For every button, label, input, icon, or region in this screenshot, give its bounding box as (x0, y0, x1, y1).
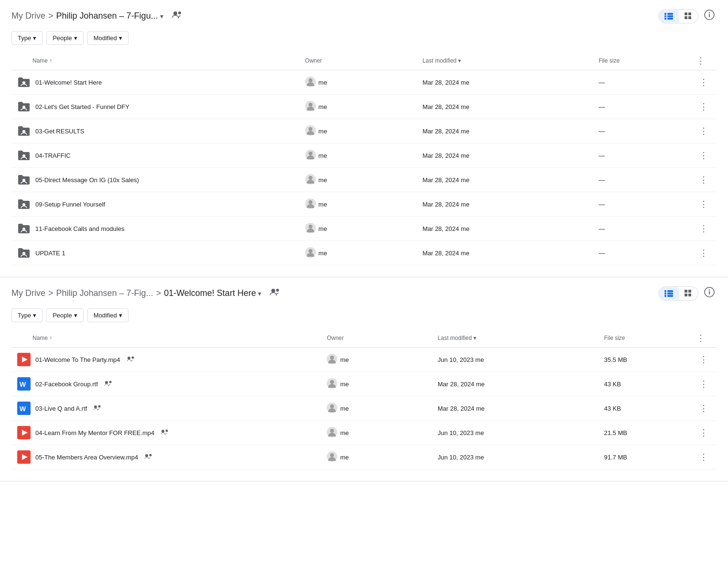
more-options-button[interactable]: ⋮ (696, 425, 711, 440)
breadcrumb-sep1-2: > (48, 288, 54, 298)
breadcrumb-parent-2[interactable]: Philip Johansen – 7-Fig... (56, 288, 153, 298)
type-filter-1[interactable]: Type ▾ (11, 31, 43, 45)
actions-header-2: ⋮ (696, 329, 717, 348)
svg-point-32 (309, 200, 312, 204)
size-header-2: File size (604, 329, 697, 348)
name-header-1[interactable]: Name ↑ (11, 52, 305, 70)
file-size: 21.5 MB (604, 421, 697, 445)
more-options-button[interactable]: ⋮ (696, 352, 711, 367)
table-row[interactable]: 11-Facebook Calls and modules me Mar 28,… (11, 217, 717, 241)
grid-view-button-2[interactable] (679, 287, 698, 300)
share-people-button-2[interactable] (268, 286, 282, 301)
breadcrumb-home-2[interactable]: My Drive (11, 288, 45, 298)
file-table-2: Name ↑ Owner Last modified ▾ File size ⋮ (11, 329, 717, 469)
file-size: 43 KB (604, 396, 697, 421)
breadcrumb-home-1[interactable]: My Drive (11, 11, 45, 21)
file-name: 05-The Members Area Overview.mp4 (35, 454, 138, 461)
avatar (327, 378, 337, 390)
people-filter-2[interactable]: People ▾ (46, 308, 83, 322)
svg-rect-3 (667, 13, 673, 15)
info-button-1[interactable] (702, 8, 717, 24)
modified-filter-1[interactable]: Modified ▾ (87, 31, 128, 45)
svg-point-65 (330, 380, 334, 384)
more-options-button[interactable]: ⋮ (696, 75, 711, 89)
more-options-button[interactable]: ⋮ (696, 99, 711, 114)
file-name: 03-Live Q and A.rtf (35, 405, 87, 412)
more-options-button[interactable]: ⋮ (696, 197, 711, 211)
name-header-2[interactable]: Name ↑ (11, 329, 327, 348)
folder-icon (17, 246, 31, 260)
file-name: 01-Welcome! Start Here (35, 79, 102, 86)
table-row[interactable]: 04-TRAFFIC me Mar 28, 2024 me — ⋮ (11, 143, 717, 168)
modified-header-1[interactable]: Last modified ▾ (422, 52, 599, 70)
more-options-button[interactable]: ⋮ (696, 401, 711, 415)
owner-name: me (319, 152, 327, 159)
share-people-button-1[interactable] (170, 9, 184, 23)
svg-point-83 (330, 453, 334, 457)
info-button-2[interactable] (702, 285, 717, 302)
table-row[interactable]: W 02-Facebook Group.rtf me Mar 28, 2024 … (11, 372, 717, 396)
people-filter-1[interactable]: People ▾ (46, 31, 83, 45)
modified-date: Mar 28, 2024 me (422, 241, 599, 265)
list-view-button-2[interactable] (659, 287, 679, 300)
svg-rect-41 (664, 290, 666, 292)
owner-cell: me (327, 403, 432, 414)
more-options-button[interactable]: ⋮ (696, 377, 711, 391)
svg-rect-9 (688, 12, 691, 15)
file-size: — (599, 119, 696, 143)
avatar (305, 76, 316, 88)
svg-rect-52 (709, 291, 710, 294)
table-row[interactable]: 09-Setup Funnel Yourself me Mar 28, 2024… (11, 192, 717, 217)
owner-name: me (340, 454, 349, 461)
breadcrumb-sep-1: > (48, 11, 54, 21)
shared-icon (103, 381, 112, 388)
more-options-button[interactable]: ⋮ (696, 246, 711, 260)
more-options-button[interactable]: ⋮ (696, 124, 711, 138)
file-name: 02-Facebook Group.rtf (35, 381, 98, 388)
more-options-button[interactable]: ⋮ (696, 221, 711, 236)
breadcrumb-current-2[interactable]: 01-Welcome! Start Here ▾ (164, 288, 261, 298)
breadcrumb-row-1: My Drive > Philip Johansen – 7-Figu... ▾ (11, 8, 717, 24)
svg-point-53 (709, 289, 710, 290)
svg-rect-47 (685, 290, 687, 293)
table-row[interactable]: 01-Welcome To The Party.mp4 me Jun 10, 2… (11, 348, 717, 372)
owner-cell: me (305, 125, 417, 137)
avatar (327, 427, 337, 439)
filters-1: Type ▾ People ▾ Modified ▾ (11, 31, 717, 45)
breadcrumb-current-1[interactable]: Philip Johansen – 7-Figu... ▾ (56, 11, 163, 21)
modified-header-2[interactable]: Last modified ▾ (438, 329, 604, 348)
breadcrumb-1: My Drive > Philip Johansen – 7-Figu... ▾ (11, 9, 184, 23)
svg-rect-6 (664, 18, 666, 20)
table-row[interactable]: 03-Get RESULTS me Mar 28, 2024 me — ⋮ (11, 119, 717, 143)
table-row[interactable]: 04-Learn From My Mentor FOR FREE.mp4 me … (11, 421, 717, 445)
file-size: — (599, 241, 696, 265)
owner-name: me (340, 381, 349, 388)
list-view-button-1[interactable] (659, 10, 679, 22)
file-table-1: Name ↑ Owner Last modified ▾ File size ⋮ (11, 52, 717, 265)
modified-date: Mar 28, 2024 me (422, 192, 599, 217)
more-options-button[interactable]: ⋮ (696, 173, 711, 187)
table-row[interactable]: W 03-Live Q and A.rtf me Mar 28, 2024 me… (11, 396, 717, 421)
type-filter-2[interactable]: Type ▾ (11, 308, 43, 322)
file-name: 04-TRAFFIC (35, 152, 71, 159)
table-row[interactable]: 05-The Members Area Overview.mp4 me Jun … (11, 445, 717, 469)
avatar (305, 223, 316, 235)
more-options-button[interactable]: ⋮ (696, 148, 711, 163)
chevron-down-icon-1: ▾ (160, 12, 163, 20)
table-row[interactable]: 02-Let's Get Started - Funnel DFY me Mar… (11, 95, 717, 119)
svg-point-33 (22, 228, 25, 230)
shared-icon (125, 356, 135, 363)
svg-rect-45 (664, 295, 666, 297)
more-options-button[interactable]: ⋮ (696, 450, 711, 464)
file-size: — (599, 70, 696, 95)
modified-filter-2[interactable]: Modified ▾ (87, 308, 128, 322)
table-row[interactable]: 01-Welcome! Start Here me Mar 28, 2024 m… (11, 70, 717, 95)
table-row[interactable]: 05-Direct Message On IG (10x Sales) me M… (11, 168, 717, 192)
avatar (305, 247, 316, 259)
svg-point-63 (109, 381, 111, 383)
owner-cell: me (305, 223, 417, 235)
table-row[interactable]: UPDATE 1 me Mar 28, 2024 me — ⋮ (11, 241, 717, 265)
svg-point-17 (309, 78, 312, 82)
grid-view-button-1[interactable] (679, 10, 698, 23)
svg-text:W: W (20, 405, 26, 413)
